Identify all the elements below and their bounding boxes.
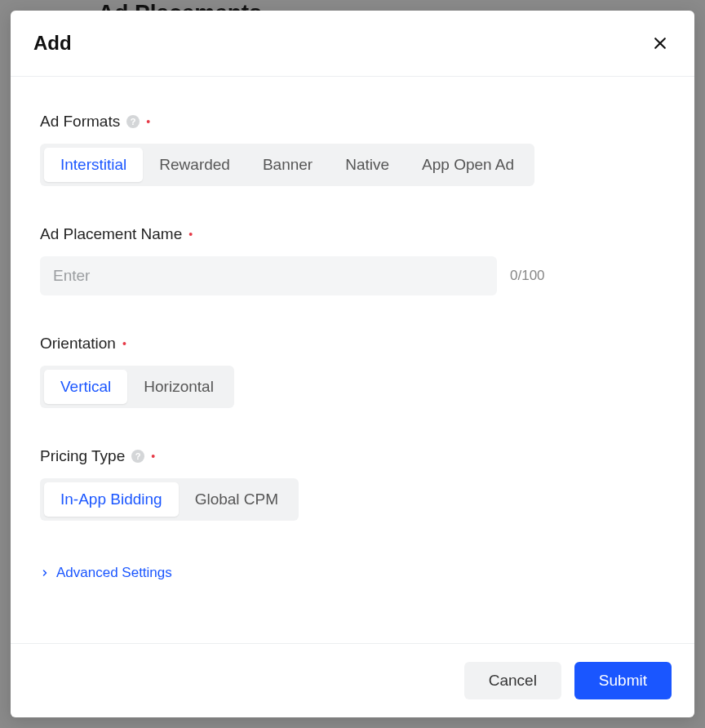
modal-footer: Cancel Submit: [11, 643, 694, 717]
pricing-type-label-row: Pricing Type ? •: [40, 447, 665, 465]
cancel-button[interactable]: Cancel: [464, 662, 561, 699]
orientation-segmented: Vertical Horizontal: [40, 366, 234, 408]
orientation-label: Orientation: [40, 335, 116, 353]
pricing-in-app-bidding[interactable]: In-App Bidding: [44, 482, 179, 517]
help-icon[interactable]: ?: [131, 450, 144, 463]
pricing-type-segmented: In-App Bidding Global CPM: [40, 478, 299, 521]
pricing-type-label: Pricing Type: [40, 447, 125, 465]
advanced-settings-toggle[interactable]: Advanced Settings: [40, 565, 172, 581]
add-modal: Add Ad Formats ? • Interstitial Rewarded…: [11, 11, 694, 717]
ad-format-native[interactable]: Native: [329, 148, 406, 182]
placement-name-input-row: 0/100: [40, 256, 665, 295]
orientation-vertical[interactable]: Vertical: [44, 370, 127, 404]
ad-formats-segmented: Interstitial Rewarded Banner Native App …: [40, 144, 534, 186]
required-indicator: •: [146, 116, 150, 127]
ad-format-banner[interactable]: Banner: [246, 148, 329, 182]
help-icon[interactable]: ?: [126, 115, 140, 128]
modal-header: Add: [11, 11, 694, 77]
required-indicator: •: [151, 451, 155, 462]
ad-format-interstitial[interactable]: Interstitial: [44, 148, 143, 182]
orientation-horizontal[interactable]: Horizontal: [127, 370, 230, 404]
ad-formats-label: Ad Formats: [40, 113, 120, 131]
modal-body: Ad Formats ? • Interstitial Rewarded Ban…: [11, 77, 694, 643]
placement-name-group: Ad Placement Name • 0/100: [40, 225, 665, 295]
ad-formats-label-row: Ad Formats ? •: [40, 113, 665, 131]
ad-format-rewarded[interactable]: Rewarded: [143, 148, 246, 182]
close-button[interactable]: [649, 32, 672, 55]
placement-name-label: Ad Placement Name: [40, 225, 182, 243]
chevron-right-icon: [40, 568, 50, 578]
char-count: 0/100: [510, 268, 545, 284]
modal-title: Add: [33, 32, 72, 55]
placement-name-label-row: Ad Placement Name •: [40, 225, 665, 243]
submit-button[interactable]: Submit: [574, 662, 672, 699]
orientation-label-row: Orientation •: [40, 335, 665, 353]
required-indicator: •: [188, 229, 193, 240]
ad-formats-group: Ad Formats ? • Interstitial Rewarded Ban…: [40, 113, 665, 186]
placement-name-input[interactable]: [40, 256, 497, 295]
required-indicator: •: [122, 338, 126, 349]
pricing-type-group: Pricing Type ? • In-App Bidding Global C…: [40, 447, 665, 521]
pricing-global-cpm[interactable]: Global CPM: [179, 482, 295, 517]
orientation-group: Orientation • Vertical Horizontal: [40, 335, 665, 408]
ad-format-app-open-ad[interactable]: App Open Ad: [406, 148, 530, 182]
close-icon: [652, 35, 668, 51]
advanced-settings-label: Advanced Settings: [56, 565, 172, 581]
